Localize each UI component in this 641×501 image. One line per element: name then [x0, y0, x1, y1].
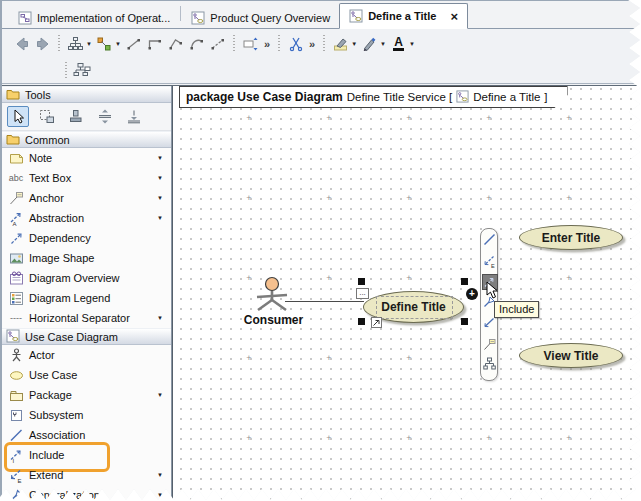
palette-group-label: Common	[25, 134, 70, 146]
generalization-icon	[8, 488, 24, 501]
popup-directed-association-icon[interactable]	[483, 317, 496, 330]
use-case-icon	[8, 368, 24, 383]
toolbar-overflow-icon[interactable]: »	[309, 38, 315, 50]
association-connector[interactable]	[285, 301, 364, 302]
tab-implementation-of-operations[interactable]: Implementation of Operat...	[9, 7, 179, 28]
layout-tree-button[interactable]	[65, 33, 86, 54]
palette-item-label: Horizontal Separator	[29, 312, 130, 324]
rectilinear-path-button[interactable]	[144, 33, 165, 54]
popup-anchor-icon[interactable]	[483, 338, 496, 351]
use-case-view-title[interactable]: View Title	[519, 343, 623, 368]
class-diagram-icon	[18, 11, 32, 25]
containment-tree-button[interactable]	[72, 60, 93, 81]
back-button[interactable]	[11, 33, 32, 54]
diagram-legend-icon	[8, 291, 24, 306]
distribute-vertical-tool-icon[interactable]	[94, 106, 116, 127]
palette-group-tools[interactable]: Tools	[2, 86, 171, 103]
diagram-palette: Tools Common Note ▼ abc Text Box	[2, 86, 172, 501]
actor-consumer[interactable]	[252, 270, 294, 318]
dropdown-arrow-icon[interactable]: ▼	[157, 215, 163, 221]
font-color-letter: A	[393, 36, 404, 51]
palette-item-extend[interactable]: E Extend ▼	[2, 465, 171, 485]
diagram-canvas[interactable]: +++++++++++++++++++++++++ package Use Ca…	[172, 86, 641, 501]
palette-item-abstraction[interactable]: A Abstraction ▼	[2, 208, 171, 228]
use-case-diagram-icon	[349, 9, 363, 23]
oblique-path-button[interactable]	[165, 33, 186, 54]
font-color-button[interactable]: A	[388, 33, 409, 54]
compartment-button[interactable]: ...	[356, 288, 369, 299]
palette-item-package[interactable]: Package ▼	[2, 385, 171, 405]
subsystem-icon	[8, 408, 24, 423]
palette-group-use-case-diagram[interactable]: Use Case Diagram	[2, 328, 171, 345]
tab-product-query-overview[interactable]: Product Query Overview	[182, 7, 339, 28]
close-tab-icon[interactable]: ×	[450, 10, 458, 23]
palette-item-note[interactable]: Note ▼	[2, 148, 171, 168]
palette-item-subsystem[interactable]: Subsystem	[2, 405, 171, 425]
smart-manipulator-plus-icon[interactable]: +	[466, 288, 478, 300]
popup-containment-icon[interactable]	[483, 357, 496, 370]
palette-item-generalization[interactable]: Generalization ▼	[2, 485, 171, 501]
popup-association-icon[interactable]	[483, 233, 496, 246]
palette-item-actor[interactable]: Actor	[2, 345, 171, 365]
grid-cross-icon: +	[246, 274, 251, 283]
palette-item-horizontal-separator[interactable]: ---- Horizontal Separator ▼	[2, 308, 171, 328]
frame-bracket: ]	[544, 91, 547, 103]
dropdown-arrow-icon[interactable]: ▼	[115, 41, 121, 47]
tab-label: Implementation of Operat...	[37, 12, 170, 24]
dropdown-arrow-icon[interactable]: ▼	[157, 392, 163, 398]
dropdown-arrow-icon[interactable]: ▼	[86, 41, 92, 47]
dropdown-arrow-icon[interactable]: ▼	[157, 195, 163, 201]
spline-path-button[interactable]	[207, 33, 228, 54]
curved-path-button[interactable]	[186, 33, 207, 54]
palette-item-dependency[interactable]: Dependency	[2, 228, 171, 248]
marquee-select-tool-icon[interactable]	[36, 106, 58, 127]
actor-icon	[8, 348, 24, 363]
include-tooltip: Include	[494, 301, 539, 318]
palette-item-association[interactable]: Association	[2, 425, 171, 445]
selection-handle-top-left[interactable]	[358, 278, 365, 285]
pointer-tool-icon[interactable]	[7, 106, 29, 127]
dropdown-arrow-icon[interactable]: ▼	[157, 472, 163, 478]
cut-button[interactable]	[285, 33, 306, 54]
hyperlink-adornment[interactable]	[371, 317, 382, 328]
use-case-diagram-icon	[456, 90, 469, 105]
fill-color-button[interactable]	[330, 33, 351, 54]
extend-icon: E	[8, 468, 24, 483]
fit-to-line-tool-icon[interactable]	[123, 106, 145, 127]
tab-define-a-title[interactable]: Define a Title ×	[339, 3, 468, 29]
related-elements-button[interactable]	[94, 33, 115, 54]
palette-item-diagram-legend[interactable]: Diagram Legend	[2, 288, 171, 308]
palette-item-anchor[interactable]: Anchor ▼	[2, 188, 171, 208]
stamp-tool-icon[interactable]	[65, 106, 87, 127]
forward-button[interactable]	[32, 33, 53, 54]
palette-item-label: Note	[29, 152, 52, 164]
dropdown-arrow-icon[interactable]: ▼	[157, 155, 163, 161]
dropdown-arrow-icon[interactable]: ▼	[157, 315, 163, 321]
palette-item-text-box[interactable]: abc Text Box ▼	[2, 168, 171, 188]
grid-cross-icon: +	[566, 434, 571, 443]
dropdown-arrow-icon[interactable]: ▼	[380, 41, 386, 47]
toolbar-handle	[233, 35, 235, 52]
palette-tools-row	[2, 103, 171, 131]
svg-text:I: I	[12, 457, 14, 463]
popup-extend-icon[interactable]: E	[483, 255, 496, 268]
dropdown-arrow-icon[interactable]: ▼	[157, 492, 163, 498]
palette-item-image-shape[interactable]: Image Shape	[2, 248, 171, 268]
diagram-frame-header[interactable]: package Use Case Diagram Define Title Se…	[179, 86, 568, 108]
dropdown-arrow-icon[interactable]: ▼	[351, 41, 357, 47]
palette-group-common[interactable]: Common	[2, 131, 171, 148]
application-window: Implementation of Operat... Product Quer…	[0, 0, 641, 501]
use-case-enter-title[interactable]: Enter Title	[519, 225, 623, 250]
palette-item-diagram-overview[interactable]: Diagram Overview	[2, 268, 171, 288]
toolbar-overflow-icon[interactable]: »	[264, 38, 270, 50]
dropdown-arrow-icon[interactable]: ▼	[409, 41, 415, 47]
selection-handle-top-right[interactable]	[461, 278, 468, 285]
straight-path-button[interactable]	[123, 33, 144, 54]
dropdown-arrow-icon[interactable]: ▼	[157, 175, 163, 181]
selection-handle-bottom-left[interactable]	[358, 318, 365, 325]
palette-item-use-case[interactable]: Use Case	[2, 365, 171, 385]
selection-handle-bottom-right[interactable]	[461, 318, 468, 325]
line-color-button[interactable]	[359, 33, 380, 54]
palette-item-include[interactable]: I Include	[2, 445, 171, 465]
edit-compartments-button[interactable]	[240, 33, 261, 54]
